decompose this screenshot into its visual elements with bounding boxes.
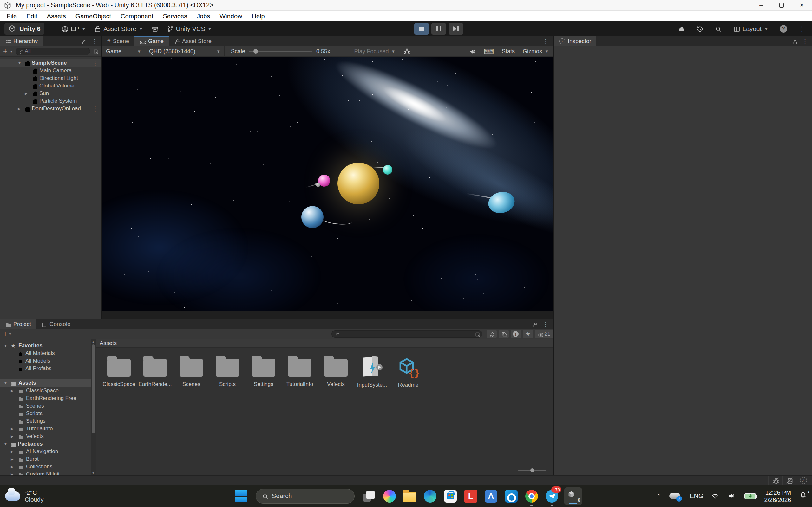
- chrome-button[interactable]: [521, 485, 542, 507]
- expand-arrow-icon[interactable]: ▶: [11, 450, 13, 454]
- tree-row-tutorialinfo[interactable]: ▶ TutorialInfo: [0, 425, 91, 433]
- tab-game[interactable]: Game: [134, 37, 169, 46]
- scroll-up-icon[interactable]: ▲: [92, 340, 95, 343]
- mute-audio-button[interactable]: [465, 46, 480, 56]
- taskbar-search-input[interactable]: Search: [256, 489, 355, 504]
- scale-slider[interactable]: [249, 51, 312, 52]
- pick-object-icon[interactable]: [474, 331, 479, 337]
- expand-arrow-icon[interactable]: ▶: [25, 92, 27, 96]
- tree-row-assets[interactable]: ▼ Assets: [0, 379, 91, 387]
- display-dropdown[interactable]: Game ▼: [102, 46, 145, 56]
- edge-button[interactable]: [420, 485, 440, 507]
- tree-row-classicspace[interactable]: ▶ ClassicSpace: [0, 387, 91, 395]
- pause-button[interactable]: [432, 23, 446, 35]
- undo-history-icon[interactable]: [696, 25, 703, 32]
- asset-item-classicspace[interactable]: ClassicSpace: [101, 352, 137, 388]
- debugger-disabled-button[interactable]: [768, 475, 782, 485]
- asset-item-earthrendering[interactable]: EarthRende...: [137, 352, 173, 388]
- weather-widget[interactable]: -2°C Cloudy: [5, 485, 44, 507]
- stats-button[interactable]: Stats: [498, 46, 519, 56]
- expand-arrow-icon[interactable]: ▶: [11, 465, 13, 469]
- expand-arrow-icon[interactable]: ▶: [11, 389, 13, 393]
- expand-arrow-icon[interactable]: ▶: [11, 427, 13, 431]
- create-add-button[interactable]: +: [3, 330, 7, 338]
- package-manager-button[interactable]: [151, 25, 158, 32]
- collapse-arrow-icon[interactable]: ▼: [18, 61, 21, 65]
- clock-widget[interactable]: 12:26 PM 2/26/2026: [764, 489, 791, 504]
- tab-inspector[interactable]: i Inspector: [554, 37, 596, 46]
- account-dropdown[interactable]: EP ▼: [61, 25, 86, 33]
- hierarchy-row-global-volume[interactable]: Global Volume: [0, 82, 101, 90]
- tray-overflow-chevron[interactable]: ⌃: [656, 493, 661, 500]
- tree-row-vefects[interactable]: ▶ Vefects: [0, 433, 91, 440]
- microsoft-store-button[interactable]: [440, 485, 461, 507]
- tree-row-settings[interactable]: Settings: [0, 417, 91, 425]
- outlook-button[interactable]: [501, 485, 521, 507]
- tree-row-ai-navigation[interactable]: ▶ AI Navigation: [0, 448, 91, 455]
- expand-arrow-icon[interactable]: ▶: [11, 435, 13, 439]
- project-search-input[interactable]: [332, 330, 483, 338]
- search-icon[interactable]: [715, 25, 722, 32]
- tree-row-all-models[interactable]: All Models: [0, 357, 91, 365]
- tab-hierarchy[interactable]: Hierarchy: [0, 37, 43, 46]
- cache-server-disabled-button[interactable]: [782, 475, 796, 485]
- asset-item-scenes[interactable]: Scenes: [173, 352, 209, 388]
- lock-icon[interactable]: [531, 321, 537, 327]
- tree-scrollbar[interactable]: ▲ ▼: [91, 339, 96, 475]
- battery-charging-icon[interactable]: [745, 493, 756, 499]
- filter-by-type-button[interactable]: [487, 330, 497, 338]
- collapse-arrow-icon[interactable]: ▼: [4, 442, 7, 446]
- visibility-toggle-button[interactable]: 21: [535, 330, 553, 338]
- telegram-button[interactable]: ..78: [542, 485, 562, 507]
- unity-version-chip[interactable]: Unity 6: [4, 23, 44, 35]
- tree-row-earthrendering[interactable]: EarthRendering Free: [0, 395, 91, 402]
- asset-item-settings[interactable]: Settings: [246, 352, 282, 388]
- hierarchy-row-sun[interactable]: ▶ Sun: [0, 90, 101, 97]
- menu-jobs[interactable]: Jobs: [192, 11, 215, 21]
- expand-arrow-icon[interactable]: ▶: [18, 107, 20, 111]
- tab-project[interactable]: Project: [0, 320, 36, 329]
- task-view-button[interactable]: [359, 485, 379, 507]
- tree-row-collections[interactable]: ▶ Collections: [0, 463, 91, 470]
- unity-vcs-dropdown[interactable]: Unity VCS ▼: [166, 25, 212, 33]
- tree-row-all-materials[interactable]: All Materials: [0, 349, 91, 357]
- asset-item-readme[interactable]: {} Readme: [390, 352, 426, 388]
- hierarchy-row-directional-light[interactable]: Directional Light: [0, 74, 101, 82]
- tree-row-scripts[interactable]: Scripts: [0, 410, 91, 417]
- hierarchy-search-input[interactable]: All: [15, 48, 90, 55]
- asset-item-vefects[interactable]: Vefects: [318, 352, 354, 388]
- lock-icon[interactable]: [791, 39, 797, 44]
- create-add-button[interactable]: +: [3, 47, 7, 55]
- help-icon[interactable]: ?: [780, 25, 787, 33]
- menu-file[interactable]: File: [2, 11, 21, 21]
- chevron-down-icon[interactable]: ▼: [9, 332, 12, 336]
- kebab-menu-icon[interactable]: ⋮: [91, 38, 98, 45]
- kebab-menu-icon[interactable]: ⋮: [542, 38, 549, 45]
- pick-object-icon[interactable]: [93, 49, 98, 54]
- line-app-button[interactable]: L: [461, 485, 481, 507]
- start-button[interactable]: [231, 485, 251, 507]
- hierarchy-row-samplescene[interactable]: ▼ SampleScene ⋮: [0, 59, 101, 67]
- hierarchy-row-dontdestroyonload[interactable]: ▶ DontDestroyOnLoad ⋮: [0, 105, 101, 112]
- kebab-menu-icon[interactable]: ⋮: [799, 25, 805, 33]
- tab-console[interactable]: Console: [36, 320, 75, 329]
- tab-asset-store[interactable]: Asset Store: [169, 37, 217, 46]
- gizmos-dropdown[interactable]: Gizmos ▼: [519, 46, 553, 56]
- expand-arrow-icon[interactable]: ▶: [11, 457, 13, 461]
- menu-gameobject[interactable]: GameObject: [71, 11, 116, 21]
- wifi-icon[interactable]: [711, 492, 720, 500]
- asset-item-inputsystem[interactable]: InputSyste...: [354, 352, 390, 388]
- tree-row-favorites[interactable]: ▼ ★ Favorites: [0, 342, 91, 349]
- kebab-menu-icon[interactable]: ⋮: [802, 38, 808, 45]
- kebab-menu-icon[interactable]: ⋮: [92, 105, 98, 112]
- frame-debugger-button[interactable]: [399, 46, 414, 56]
- filter-by-label-button[interactable]: [499, 330, 509, 338]
- tree-row-packages[interactable]: ▼ Packages: [0, 440, 91, 448]
- progress-idle-button[interactable]: ✓: [796, 475, 810, 485]
- tree-row-scenes[interactable]: Scenes: [0, 402, 91, 410]
- menu-services[interactable]: Services: [158, 11, 192, 21]
- collapse-arrow-icon[interactable]: ▼: [4, 381, 7, 385]
- resolution-dropdown[interactable]: QHD (2560x1440) ▼: [145, 46, 224, 56]
- kebab-menu-icon[interactable]: ⋮: [92, 59, 98, 67]
- layout-dropdown[interactable]: Layout ▼: [733, 25, 768, 33]
